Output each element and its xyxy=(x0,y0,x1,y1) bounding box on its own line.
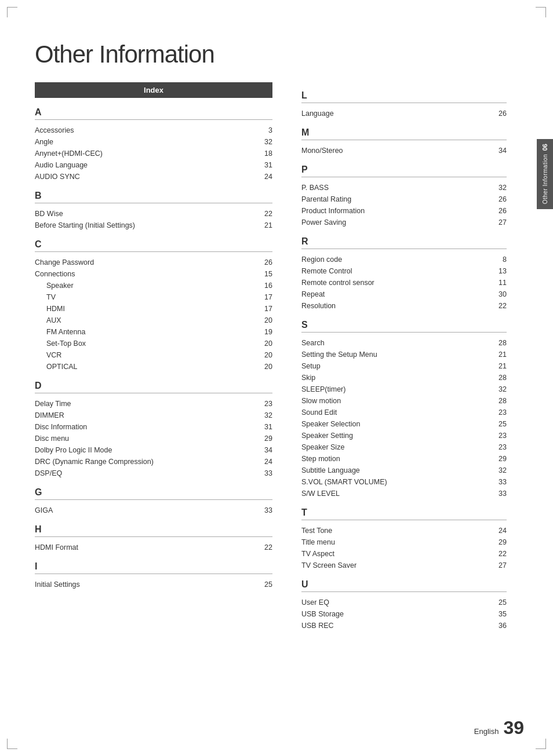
index-entry: Angle32 xyxy=(35,136,272,148)
index-entry: OPTICAL20 xyxy=(35,361,272,372)
entry-name: Set-Top Box xyxy=(35,338,255,349)
entry-name: TV Screen Saver xyxy=(301,560,489,571)
index-entry: Anynet+(HDMI-CEC)18 xyxy=(35,148,272,159)
entry-name: Skip xyxy=(301,372,489,384)
index-entry: TV Aspect22 xyxy=(301,548,507,560)
entry-page: 11 xyxy=(489,277,507,288)
entry-name: Speaker Selection xyxy=(301,418,489,430)
left-column: Index AAccessories3Angle32Anynet+(HDMI-C… xyxy=(35,82,290,631)
entry-name: Dolby Pro Logic II Mode xyxy=(35,444,255,456)
entry-name: Connections xyxy=(35,268,255,280)
entry-name: Speaker Setting xyxy=(301,430,489,441)
entry-name: Delay Time xyxy=(35,398,255,410)
index-entry: Search28 xyxy=(301,337,507,349)
index-entry: Audio Language31 xyxy=(35,159,272,171)
left-sections: AAccessories3Angle32Anynet+(HDMI-CEC)18A… xyxy=(35,107,272,590)
footer-language: English xyxy=(474,727,499,736)
entry-page: 15 xyxy=(255,268,272,280)
section-letter-d: D xyxy=(35,381,272,393)
index-entry: Resolution22 xyxy=(301,300,507,312)
entry-page: 34 xyxy=(489,145,507,156)
entry-name: GIGA xyxy=(35,505,255,516)
index-entry: Power Saving27 xyxy=(301,217,507,228)
index-entry: GIGA33 xyxy=(35,505,272,516)
index-entry: HDMI Format22 xyxy=(35,542,272,553)
entry-name: OPTICAL xyxy=(35,361,255,372)
entry-page: 23 xyxy=(255,398,272,410)
index-entry: Parental Rating26 xyxy=(301,193,507,205)
columns-layout: Index AAccessories3Angle32Anynet+(HDMI-C… xyxy=(35,82,507,631)
index-entry: USB REC36 xyxy=(301,620,507,631)
index-entry: Skip28 xyxy=(301,372,507,384)
entry-name: User EQ xyxy=(301,597,489,608)
index-entry: P. BASS32 xyxy=(301,182,507,193)
index-header: Index xyxy=(35,82,272,98)
entry-name: AUX xyxy=(35,315,255,326)
entry-name: Title menu xyxy=(301,536,489,548)
entry-page: 32 xyxy=(489,465,507,476)
index-entry: Speaker Selection25 xyxy=(301,418,507,430)
entry-page: 23 xyxy=(489,407,507,418)
entry-page: 32 xyxy=(255,410,272,421)
index-entry: Setup21 xyxy=(301,360,507,372)
entry-name: Remote control sensor xyxy=(301,277,489,288)
entry-name: Test Tone xyxy=(301,525,489,536)
entry-name: Resolution xyxy=(301,300,489,312)
index-entry: Disc menu29 xyxy=(35,433,272,444)
right-section-letter-s: S xyxy=(301,320,507,333)
entry-name: Repeat xyxy=(301,288,489,300)
entry-name: Parental Rating xyxy=(301,193,489,205)
index-entry: TV Screen Saver27 xyxy=(301,560,507,571)
section-letter-a: A xyxy=(35,107,272,120)
entry-name: Accessories xyxy=(35,125,255,136)
right-section-letter-r: R xyxy=(301,236,507,249)
index-entry: Remote control sensor11 xyxy=(301,277,507,288)
entry-name: VCR xyxy=(35,349,255,361)
entry-name: Disc menu xyxy=(35,433,255,444)
entry-name: Subtitle Language xyxy=(301,465,489,476)
index-entry: Setting the Setup Menu21 xyxy=(301,349,507,360)
entry-name: Remote Control xyxy=(301,265,489,277)
index-entry: Disc Information31 xyxy=(35,421,272,433)
side-tab-number: 06 xyxy=(541,144,548,151)
entry-page: 20 xyxy=(255,361,272,372)
section-letter-c: C xyxy=(35,239,272,252)
entry-page: 16 xyxy=(255,280,272,291)
index-entry: User EQ25 xyxy=(301,597,507,608)
index-entry: Initial Settings25 xyxy=(35,579,272,590)
entry-page: 23 xyxy=(489,430,507,441)
entry-name: Language xyxy=(301,108,489,119)
index-entry: Speaker Setting23 xyxy=(301,430,507,441)
entry-page: 21 xyxy=(489,360,507,372)
right-sections: LLanguage26MMono/Stereo34PP. BASS32Paren… xyxy=(301,90,507,631)
entry-page: 32 xyxy=(489,182,507,193)
right-section-letter-m: M xyxy=(301,127,507,140)
entry-page: 17 xyxy=(255,303,272,315)
index-entry: Remote Control13 xyxy=(301,265,507,277)
page-container: 06 Other Information Other Information I… xyxy=(0,0,553,756)
side-tab-text: Other Information xyxy=(542,154,548,204)
entry-page: 36 xyxy=(489,620,507,631)
section-letter-g: G xyxy=(35,487,272,500)
index-entry: Accessories3 xyxy=(35,125,272,136)
entry-name: Change Password xyxy=(35,257,255,268)
entry-page: 28 xyxy=(489,372,507,384)
entry-name: AUDIO SYNC xyxy=(35,171,255,182)
entry-name: SLEEP(timer) xyxy=(301,384,489,395)
entry-name: P. BASS xyxy=(301,182,489,193)
entry-name: USB REC xyxy=(301,620,489,631)
entry-name: S.VOL (SMART VOLUME) xyxy=(301,476,489,488)
index-entry: Title menu29 xyxy=(301,536,507,548)
index-entry: DIMMER32 xyxy=(35,410,272,421)
index-entry: S/W LEVEL33 xyxy=(301,488,507,499)
entry-page: 29 xyxy=(489,453,507,465)
entry-page: 24 xyxy=(255,456,272,468)
entry-name: Audio Language xyxy=(35,159,255,171)
section-letter-b: B xyxy=(35,191,272,203)
entry-page: 22 xyxy=(489,300,507,312)
index-entry: DSP/EQ33 xyxy=(35,468,272,479)
entry-page: 26 xyxy=(489,108,507,119)
entry-page: 21 xyxy=(255,220,272,231)
entry-name: Search xyxy=(301,337,489,349)
index-entry: Speaker16 xyxy=(35,280,272,291)
